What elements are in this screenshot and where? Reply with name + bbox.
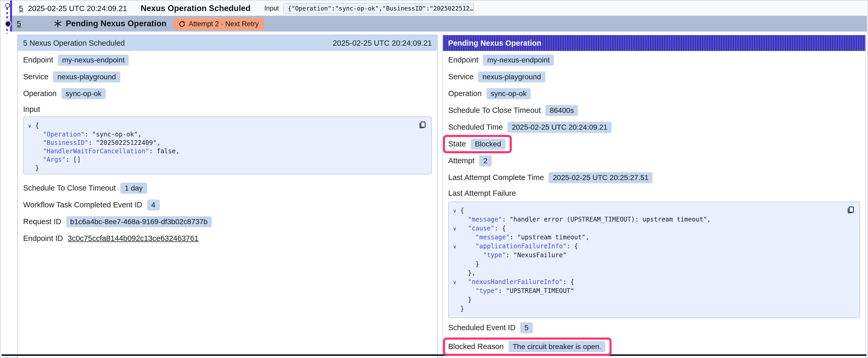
field-label: Service <box>448 72 474 81</box>
field-label: Blocked Reason <box>448 342 504 351</box>
field-label: Request ID <box>23 217 61 226</box>
field-value-chip: 4 <box>147 199 159 210</box>
field-row-scheduled-time: Scheduled Time 2025-02-25 UTC 20:24:09.2… <box>448 121 860 133</box>
field-label: Endpoint <box>448 56 478 64</box>
endpoint-id-link[interactable]: 3c0c75ccfa8144b092c13ce632463761 <box>68 234 198 242</box>
field-value-chip: 2025-02-25 UTC 20:24:09.21 <box>507 122 612 133</box>
event-title: Nexus Operation Scheduled <box>141 4 250 13</box>
field-value-chip: 2025-02-25 UTC 20:25:27.51 <box>549 172 653 183</box>
field-value-chip: 2 <box>479 155 492 166</box>
left-panel-timestamp: 2025-02-25 UTC 20:24:09.21 <box>333 39 432 47</box>
right-panel-header: Pending Nexus Operation <box>443 35 865 51</box>
pending-event-id-link[interactable]: 5 <box>17 20 21 28</box>
field-row-service: Service nexus-playground <box>448 70 860 83</box>
field-label: Workflow Task Completed Event ID <box>23 200 142 209</box>
field-value-chip: b1c6a4bc-8ee7-468a-9169-df3b02c8737b <box>66 216 212 227</box>
field-label: Operation <box>448 89 482 98</box>
input-json-block: ∨{ "Operation": "sync-op-ok", "BusinessI… <box>23 117 432 174</box>
field-label: Scheduled Time <box>448 123 503 131</box>
right-panel-title: Pending Nexus Operation <box>448 39 541 47</box>
collapse-caret-icon[interactable]: ∨ <box>453 224 460 233</box>
timeline-open-circle-icon <box>5 3 10 8</box>
input-section-label: Input <box>23 104 432 115</box>
pending-operation-row[interactable]: 5 Pending Nexus Operation Attempt 2 · Ne… <box>12 16 867 32</box>
bottom-divider <box>2 354 866 356</box>
field-label: Endpoint ID <box>23 234 63 242</box>
event-detail-panel: 5 Nexus Operation Scheduled 2025-02-25 U… <box>17 35 438 358</box>
field-row-schedule-to-close: Schedule To Close Timeout 86400s <box>448 104 860 117</box>
field-value-chip: sync-op-ok <box>61 88 105 99</box>
field-label: Schedule To Close Timeout <box>23 184 116 192</box>
field-value-chip: my-nexus-endpoint <box>483 54 554 65</box>
field-row-attempt: Attempt 2 <box>448 154 860 167</box>
field-value-chip: 86400s <box>546 105 578 116</box>
field-row-request-id: Request ID b1c6a4bc-8ee7-468a-9169-df3b0… <box>23 215 432 228</box>
field-row-operation: Operation sync-op-ok <box>23 87 432 100</box>
retry-icon <box>179 20 185 27</box>
field-value-chip: sync-op-ok <box>486 88 531 99</box>
event-history-view: 5 2025-02-25 UTC 20:24:09.21 Nexus Opera… <box>0 0 868 358</box>
field-row-service: Service nexus-playground <box>23 70 432 83</box>
field-label: Last Attempt Complete Time <box>448 173 544 182</box>
field-label: Service <box>23 72 49 81</box>
field-row-operation: Operation sync-op-ok <box>448 87 860 100</box>
copy-icon[interactable] <box>418 121 427 129</box>
field-row-endpoint: Endpoint my-nexus-endpoint <box>23 54 432 66</box>
field-row-scheduled-event-id: Scheduled Event ID 5 <box>448 321 860 334</box>
field-row-schedule-to-close: Schedule To Close Timeout 1 day <box>23 182 432 194</box>
field-row-blocked-reason: Blocked Reason The circuit breaker is op… <box>448 340 860 353</box>
collapse-caret-icon[interactable]: ∨ <box>28 122 35 130</box>
input-preview-chip: {"Operation":"sync-op-ok","BusinessID":"… <box>283 3 474 14</box>
blocked-reason-value-chip: The circuit breaker is open. <box>508 341 606 352</box>
field-label: Attempt <box>448 156 474 165</box>
left-panel-header: 5 Nexus Operation Scheduled 2025-02-25 U… <box>18 35 437 51</box>
field-label: State <box>448 140 466 148</box>
pending-operation-panel: Pending Nexus Operation Endpoint my-nexu… <box>442 35 866 358</box>
state-value-chip: Blocked <box>471 138 505 149</box>
field-row-wft-completed-id: Workflow Task Completed Event ID 4 <box>23 198 432 211</box>
field-row-state: State Blocked <box>448 137 860 150</box>
timeline-selected-bar <box>10 1 12 32</box>
retry-badge-label: Attempt 2 · Next Retry <box>189 20 259 28</box>
retry-badge: Attempt 2 · Next Retry <box>174 18 264 30</box>
collapse-caret-icon[interactable]: ∨ <box>453 278 460 287</box>
field-row-endpoint: Endpoint my-nexus-endpoint <box>448 54 860 66</box>
pending-title: Pending Nexus Operation <box>66 19 166 28</box>
field-label: Scheduled Event ID <box>448 323 516 332</box>
event-id-link[interactable]: 5 <box>19 4 23 12</box>
input-label: Input <box>264 5 279 12</box>
field-value-chip: nexus-playground <box>478 71 546 82</box>
event-timestamp: 2025-02-25 UTC 20:24:09.21 <box>28 4 127 12</box>
field-label: Schedule To Close Timeout <box>448 106 541 115</box>
field-row-endpoint-id: Endpoint ID 3c0c75ccfa8144b092c13ce63246… <box>23 232 432 245</box>
field-value-chip: 5 <box>520 322 533 333</box>
event-row[interactable]: 5 2025-02-25 UTC 20:24:09.21 Nexus Opera… <box>12 1 867 16</box>
field-label: Operation <box>23 89 57 98</box>
field-row-last-attempt-complete: Last Attempt Complete Time 2025-02-25 UT… <box>448 171 860 184</box>
nexus-asterisk-icon <box>54 20 62 28</box>
copy-icon[interactable] <box>846 206 855 214</box>
failure-section-label: Last Attempt Failure <box>448 188 860 198</box>
left-panel-title: 5 Nexus Operation Scheduled <box>23 39 125 47</box>
timeline-filled-dot-icon <box>4 20 11 27</box>
field-label: Endpoint <box>23 56 53 64</box>
collapse-caret-icon[interactable]: ∨ <box>453 242 460 251</box>
field-value-chip: nexus-playground <box>53 71 120 82</box>
collapse-caret-icon[interactable]: ∨ <box>453 206 460 215</box>
failure-json-block: ∨{ "message": "handler error (UPSTREAM_T… <box>448 202 860 318</box>
field-value-chip: my-nexus-endpoint <box>58 54 129 65</box>
field-value-chip: 1 day <box>121 183 147 193</box>
